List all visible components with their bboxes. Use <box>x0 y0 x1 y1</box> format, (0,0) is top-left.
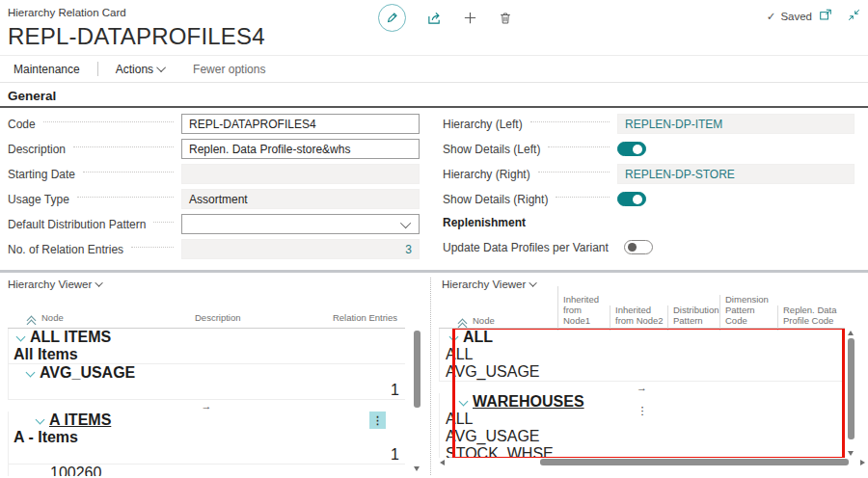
description-label: Description <box>8 143 66 156</box>
code-field[interactable] <box>181 114 420 134</box>
column-header-inherited-node1[interactable]: Inherited from Node1 <box>557 295 610 331</box>
card-toolbar <box>378 4 512 32</box>
selected-row-arrow: → <box>439 382 845 393</box>
collapse-all-icon[interactable] <box>459 320 466 328</box>
menu-divider <box>97 62 98 76</box>
scroll-right-arrow[interactable] <box>860 460 865 465</box>
left-table-vertical-scrollbar[interactable] <box>414 329 420 476</box>
breadcrumb[interactable]: Hierarchy Relation Card <box>8 7 126 18</box>
table-row[interactable]: 100260 Bicycle (Item) <box>8 465 405 476</box>
right-table-body: ALL ALL AVG_USAGE → WAREHOUSES ⋮ ALL AVG… <box>439 329 845 458</box>
scroll-left-arrow[interactable] <box>440 460 445 465</box>
action-bar: Maintenance Actions Fewer options <box>0 55 868 83</box>
hierarchy-left-label: Hierarchy (Left) <box>443 118 523 131</box>
show-details-right-toggle[interactable] <box>617 192 646 206</box>
selected-row-arrow: → <box>8 400 405 412</box>
default-distribution-pattern-select[interactable] <box>181 214 420 234</box>
update-variant-label: Update Data Profiles per Variant <box>443 241 609 254</box>
starting-date-label: Starting Date <box>8 168 75 181</box>
hierarchy-relation-card-page: Hierarchy Relation Card REPL-DATAPROFILE… <box>0 0 868 478</box>
panel-separator <box>430 278 431 475</box>
column-header-relation-entries[interactable]: Relation Entries <box>318 313 403 328</box>
relation-entries-drilldown[interactable]: 3 <box>398 243 419 256</box>
hierarchy-right-link[interactable]: REPLEN-DP-STORE <box>618 168 742 181</box>
chevron-down-icon <box>529 279 537 286</box>
scrollbar-thumb[interactable] <box>848 338 854 439</box>
column-header-description[interactable]: Description <box>190 313 318 328</box>
column-header-dimension-pattern-code[interactable]: Dimension Pattern Code <box>719 295 777 331</box>
relation-entries-label: No. of Relation Entries <box>8 243 123 256</box>
column-header-distribution-pattern[interactable]: Distribution Pattern <box>667 305 719 331</box>
scroll-up-arrow[interactable] <box>848 331 854 335</box>
right-table-header: Node Inherited from Node1 Inherited from… <box>439 295 845 329</box>
chevron-down-icon <box>400 217 411 227</box>
table-row[interactable]: ALL ITEMS All Items <box>8 329 405 364</box>
description-field[interactable] <box>181 139 420 159</box>
page-title: REPL-DATAPROFILES4 <box>8 23 265 50</box>
menu-fewer-options[interactable]: Fewer options <box>179 63 279 76</box>
chevron-down-icon <box>156 63 166 72</box>
edit-icon[interactable] <box>378 4 406 32</box>
left-table-body: ALL ITEMS All Items AVG_USAGE 1 → A ITEM… <box>8 329 405 476</box>
table-row[interactable]: AVG_USAGE 1 <box>8 364 405 400</box>
new-icon[interactable] <box>463 11 477 25</box>
menu-maintenance[interactable]: Maintenance <box>0 63 94 76</box>
section-divider <box>0 270 868 273</box>
window-controls <box>819 9 860 21</box>
hierarchy-right-field: REPLEN-DP-STORE <box>617 164 854 184</box>
chevron-down-icon[interactable] <box>36 414 45 424</box>
table-row-selected[interactable]: → WAREHOUSES ⋮ ALL AVG_USAGE STOCK_WHSE <box>439 382 845 458</box>
scroll-down-arrow[interactable] <box>414 466 420 471</box>
starting-date-field[interactable] <box>181 164 420 184</box>
usage-type-field: Assortment <box>181 189 420 209</box>
chevron-down-icon[interactable] <box>449 332 459 341</box>
general-section-rule <box>0 106 868 108</box>
column-header-inherited-node2[interactable]: Inherited from Node2 <box>610 305 667 331</box>
relation-entries-field: 3 <box>181 239 420 259</box>
right-table-vertical-scrollbar[interactable] <box>848 329 854 458</box>
show-details-right-label: Show Details (Right) <box>443 193 548 206</box>
check-icon: ✓ <box>767 10 776 23</box>
chevron-down-icon[interactable] <box>16 332 26 341</box>
update-variant-toggle[interactable] <box>624 240 653 254</box>
scrollbar-thumb[interactable] <box>414 331 420 408</box>
collapse-window-icon[interactable] <box>848 9 860 21</box>
saved-label: Saved <box>780 11 812 22</box>
hierarchy-right-label: Hierarchy (Right) <box>443 168 530 181</box>
code-label: Code <box>8 118 36 131</box>
chevron-down-icon[interactable] <box>459 396 469 406</box>
left-table-header: Node Description Relation Entries <box>8 295 405 329</box>
delete-icon[interactable] <box>499 12 512 25</box>
menu-actions[interactable]: Actions <box>102 63 179 76</box>
right-table-horizontal-scrollbar[interactable] <box>439 459 866 466</box>
hierarchy-left-field: REPLEN-DP-ITEM <box>617 114 854 134</box>
left-viewer-title[interactable]: Hierarchy Viewer <box>8 279 103 290</box>
usage-type-label: Usage Type <box>8 193 69 206</box>
row-ellipsis-button[interactable]: ⋮ <box>369 412 386 429</box>
chevron-down-icon <box>95 279 103 286</box>
open-in-new-window-icon[interactable] <box>819 9 832 21</box>
share-icon[interactable] <box>427 11 442 25</box>
show-details-left-toggle[interactable] <box>617 142 646 156</box>
default-distribution-pattern-label: Default Distribution Pattern <box>8 218 146 231</box>
save-status: ✓ Saved <box>767 10 812 23</box>
right-viewer-title[interactable]: Hierarchy Viewer <box>442 279 537 290</box>
chevron-down-icon[interactable] <box>26 367 36 377</box>
show-details-left-label: Show Details (Left) <box>443 143 540 156</box>
column-header-replen-data-profile-code[interactable]: Replen. Data Profile Code <box>777 305 845 331</box>
replenishment-group-heading: Replenishment <box>443 216 526 229</box>
general-section-heading[interactable]: General <box>8 89 56 103</box>
column-header-node[interactable]: Node <box>23 313 190 328</box>
scrollbar-thumb[interactable] <box>540 459 849 465</box>
table-row-selected[interactable]: → A ITEMS ⋮ A - Items 1 <box>8 400 405 465</box>
collapse-all-icon[interactable] <box>28 317 35 325</box>
scroll-down-arrow[interactable] <box>848 451 854 456</box>
hierarchy-left-link[interactable]: REPLEN-DP-ITEM <box>618 118 729 131</box>
table-row[interactable]: ALL ALL AVG_USAGE <box>439 329 845 382</box>
